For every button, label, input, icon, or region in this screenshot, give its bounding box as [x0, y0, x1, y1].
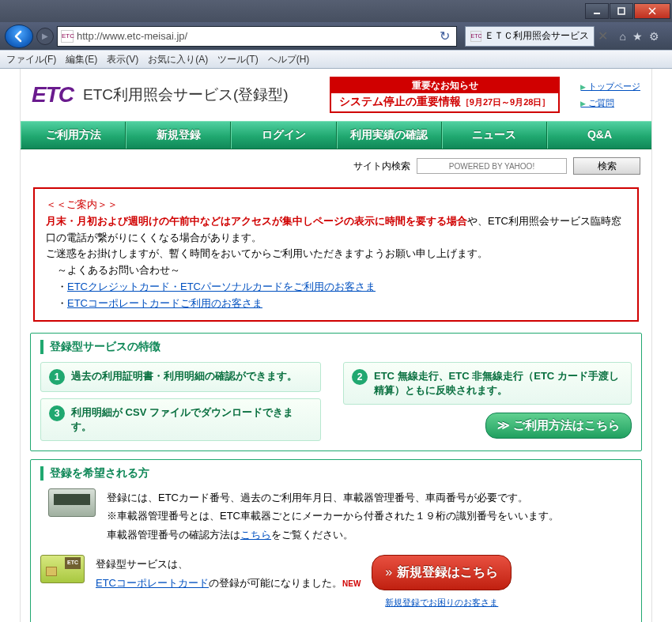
important-notice-box[interactable]: 重要なお知らせ システム停止の重要情報［9月27日～9月28日］ — [330, 77, 561, 113]
notice-line1: 月末・月初および週明けの午前中などはアクセスが集中しページの表示に時間を要する場… — [46, 213, 626, 247]
search-input[interactable] — [417, 158, 567, 174]
register-p3: 車載器管理番号の確認方法はこちらをご覧ください。 — [107, 526, 559, 544]
usage-guide-button[interactable]: ご利用方法はこちら — [485, 413, 632, 439]
menu-file[interactable]: ファイル(F) — [6, 53, 56, 66]
faq-link-credit-personal[interactable]: ETCクレジットカード・ETCパーソナルカードをご利用のお客さま — [67, 281, 376, 292]
browser-window: ▶ ETC ↻ ETC ＥＴＣ利用照会サービス ✕ ⌂ ★ ⚙ ファイル(F) … — [0, 0, 672, 622]
minimize-button[interactable] — [585, 3, 609, 19]
feature-2: 2 ETC 無線走行、ETC 非無線走行（ETC カード手渡し精算）ともに反映さ… — [343, 362, 632, 405]
register-heading: 登録を希望される方 — [40, 466, 632, 481]
feature-3-text: 利用明細が CSV ファイルでダウンロードできます。 — [71, 405, 312, 434]
faq-link-corporate[interactable]: ETCコーポレートカードご利用のお客さま — [67, 297, 262, 309]
window-titlebar — [0, 0, 672, 22]
notice-subhead: ～よくあるお問い合わせ～ — [46, 262, 626, 279]
tab-favicon-icon: ETC — [470, 31, 481, 42]
minimize-icon — [593, 7, 601, 15]
link-top-page[interactable]: トップページ — [580, 81, 640, 92]
address-bar: ETC ↻ — [57, 26, 457, 47]
menu-view[interactable]: 表示(V) — [107, 53, 138, 66]
register-requirements: 登録には、ETCカード番号、過去のご利用年月日、車載器管理番号、車両番号が必要で… — [107, 488, 559, 544]
nav-usage[interactable]: ご利用方法 — [21, 122, 126, 149]
forward-button[interactable]: ▶ — [36, 28, 54, 45]
register-corporate-info: 登録型サービスは、 ETCコーポレートカードの登録が可能になりました。NEW — [96, 555, 361, 592]
favicon-icon: ETC — [61, 30, 74, 43]
site-title: ETC利用照会サービス(登録型) — [83, 85, 289, 105]
arrow-right-icon: » — [385, 561, 392, 584]
device-number-help-link[interactable]: こちら — [240, 529, 271, 541]
etc-device-icon — [40, 488, 96, 528]
features-heading: 登録型サービスの特徴 — [40, 340, 632, 354]
menu-help[interactable]: ヘルプ(H) — [268, 53, 310, 66]
register-p4: ETCコーポレートカードの登録が可能になりました。NEW — [96, 574, 361, 592]
feature-number-icon: 1 — [49, 369, 65, 385]
register-p4-pre: 登録型サービスは、 — [96, 555, 361, 573]
page-content: ETC ETC利用照会サービス(登録型) 重要なお知らせ システム停止の重要情報… — [20, 69, 652, 622]
feature-1: 1 過去の利用証明書・利用明細の確認ができます。 — [40, 362, 321, 392]
tools-icon[interactable]: ⚙ — [649, 30, 659, 43]
etc-card-icon — [40, 555, 85, 583]
register-p1: 登録には、ETCカード番号、過去のご利用年月日、車載器管理番号、車両番号が必要で… — [107, 488, 559, 507]
feature-number-icon: 2 — [352, 369, 368, 385]
back-button[interactable] — [5, 25, 33, 48]
notice-line2: ご迷惑をお掛けしますが、暫く時間をおいてからご利用いただきますようお願い申し上げ… — [46, 246, 626, 262]
nav-news[interactable]: ニュース — [442, 122, 547, 149]
search-button[interactable]: 検索 — [573, 157, 640, 175]
new-badge: NEW — [342, 579, 361, 588]
browser-tab[interactable]: ETC ＥＴＣ利用照会サービス — [465, 26, 595, 47]
etc-logo: ETC — [32, 82, 74, 107]
nav-register[interactable]: 新規登録 — [126, 122, 231, 149]
maximize-button[interactable] — [610, 3, 633, 19]
menu-edit[interactable]: 編集(E) — [66, 53, 97, 66]
arrow-left-icon — [13, 30, 25, 43]
close-button[interactable] — [634, 3, 670, 19]
tab-title: ＥＴＣ利用照会サービス — [485, 29, 589, 43]
url-input[interactable] — [77, 30, 434, 42]
search-label: サイト内検索 — [353, 160, 410, 173]
register-button-label: 新規登録はこちら — [397, 561, 498, 584]
feature-2-text: ETC 無線走行、ETC 非無線走行（ETC カード手渡し精算）ともに反映されま… — [374, 369, 623, 398]
reload-button[interactable]: ↻ — [437, 28, 453, 43]
alert-body-text: システム停止の重要情報 — [339, 95, 461, 107]
favorites-icon[interactable]: ★ — [632, 30, 643, 43]
home-icon[interactable]: ⌂ — [620, 30, 626, 43]
feature-3: 3 利用明細が CSV ファイルでダウンロードできます。 — [40, 398, 321, 441]
guidance-notice: ＜＜ご案内＞＞ 月末・月初および週明けの午前中などはアクセスが集中しページの表示… — [33, 187, 639, 322]
browser-viewport[interactable]: ETC ETC利用照会サービス(登録型) 重要なお知らせ システム停止の重要情報… — [0, 69, 672, 622]
tab-bar: ETC ＥＴＣ利用照会サービス ✕ — [465, 26, 609, 47]
notice-heading: ＜＜ご案内＞＞ — [46, 197, 626, 213]
menu-tools[interactable]: ツール(T) — [217, 53, 258, 66]
browser-toolbar-icons: ⌂ ★ ⚙ — [612, 30, 667, 43]
feature-1-text: 過去の利用証明書・利用明細の確認ができます。 — [71, 369, 297, 383]
browser-navbar: ▶ ETC ↻ ETC ＥＴＣ利用照会サービス ✕ ⌂ ★ ⚙ — [0, 22, 672, 50]
feature-number-icon: 3 — [49, 405, 65, 421]
register-p2: ※車載器管理番号とは、ETC車載器ごとにメーカーから付番された１９桁の識別番号を… — [107, 507, 559, 525]
usage-guide-label: ご利用方法はこちら — [513, 418, 620, 433]
alert-heading: 重要なお知らせ — [331, 78, 559, 93]
notice-link-row1: ・ETCクレジットカード・ETCパーソナルカードをご利用のお客さま — [46, 279, 626, 296]
header-links: トップページ ご質問 — [580, 81, 640, 109]
features-section: 登録型サービスの特徴 1 過去の利用証明書・利用明細の確認ができます。 3 利用… — [30, 333, 642, 451]
svg-rect-1 — [618, 8, 625, 14]
browser-menubar: ファイル(F) 編集(E) 表示(V) お気に入り(A) ツール(T) ヘルプ(… — [0, 50, 672, 69]
alert-body: システム停止の重要情報［9月27日～9月28日］ — [339, 95, 551, 109]
notice-line1-emph: 月末・月初および週明けの午前中などはアクセスが集中しページの表示に時間を要する場… — [46, 215, 467, 227]
menu-favorites[interactable]: お気に入り(A) — [148, 53, 208, 66]
tab-close-button[interactable]: ✕ — [598, 31, 609, 42]
register-help-link[interactable]: 新規登録でお困りのお客さま — [372, 595, 512, 611]
nav-records[interactable]: 利用実績の確認 — [337, 122, 442, 149]
main-nav: ご利用方法 新規登録 ログイン 利用実績の確認 ニュース Q&A — [21, 121, 651, 149]
link-faq[interactable]: ご質問 — [580, 97, 640, 109]
register-cta: » 新規登録はこちら 新規登録でお困りのお客さま — [372, 555, 512, 611]
nav-login[interactable]: ログイン — [231, 122, 336, 149]
alert-dates: ［9月27日～9月28日］ — [461, 97, 551, 107]
site-search: サイト内検索 検索 — [21, 149, 651, 183]
register-section: 登録を希望される方 登録には、ETCカード番号、過去のご利用年月日、車載器管理番… — [30, 459, 642, 622]
site-header: ETC ETC利用照会サービス(登録型) 重要なお知らせ システム停止の重要情報… — [21, 69, 651, 121]
maximize-icon — [617, 7, 625, 15]
nav-qa[interactable]: Q&A — [547, 122, 651, 149]
close-icon — [648, 7, 656, 15]
notice-link-row2: ・ETCコーポレートカードご利用のお客さま — [46, 296, 626, 312]
new-register-button[interactable]: » 新規登録はこちら — [372, 555, 512, 590]
corporate-card-link[interactable]: ETCコーポレートカード — [96, 577, 209, 589]
